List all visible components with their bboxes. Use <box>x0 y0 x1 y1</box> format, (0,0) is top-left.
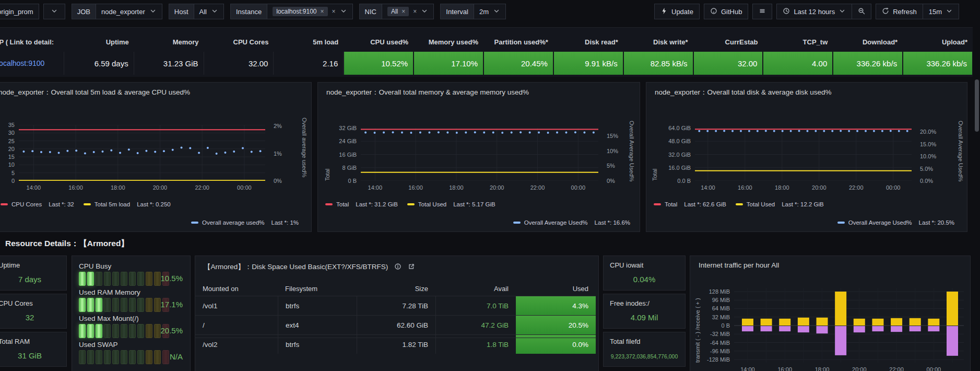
variable-value[interactable]: All×× <box>382 4 434 19</box>
series-point <box>547 132 549 134</box>
panel-title: Internet traffic per hour All <box>699 261 779 269</box>
zoom-out-button[interactable] <box>852 4 871 19</box>
transmit-bar <box>742 326 753 331</box>
stat-value: 17.10% <box>414 52 483 75</box>
clear-selection-icon[interactable]: × <box>332 8 336 15</box>
scrollbar-thumb[interactable] <box>975 79 979 132</box>
variable-host: HostAll <box>169 4 224 19</box>
variable-value[interactable]: origin_prom <box>0 4 39 19</box>
x-axis-tick-label: 16:00 <box>64 184 87 191</box>
y-axis-tick-label: 0.0 B <box>660 178 691 184</box>
chart-canvas[interactable] <box>19 125 265 181</box>
series-point <box>93 151 95 153</box>
stat-box-label: CPU iowait <box>610 261 643 269</box>
y-axis-tick-label: 16.0 GiB <box>660 165 691 171</box>
stat-header: TCP_tw <box>763 38 833 46</box>
receive-bar <box>891 318 902 326</box>
x-axis-tick-label: 18:00 <box>811 366 834 371</box>
tag-remove-icon[interactable]: × <box>321 8 324 15</box>
chart-canvas[interactable] <box>361 128 598 181</box>
series-point <box>207 147 209 149</box>
gauge-segment <box>137 272 144 286</box>
stat-value: 10.52% <box>344 52 413 75</box>
filesystem-cell: btrfs <box>278 296 357 315</box>
clear-selection-icon[interactable]: × <box>413 8 417 15</box>
stat-box-label: Uptime <box>0 261 20 269</box>
legend-row-secondary: Overall Average Used%Last *: 16.6% <box>318 219 630 226</box>
stat-value: 9.91 kB/s <box>554 52 623 75</box>
table-row[interactable]: /vol1btrfs7.28 TiB7.0 TiB4.3% <box>195 296 596 315</box>
update-button[interactable]: Update <box>654 4 700 19</box>
series-point <box>715 130 717 132</box>
legend-item[interactable]: Overall average used%Last *: 1% <box>191 219 299 226</box>
stat-value: 32.00 <box>204 52 274 75</box>
left-axis-label: Total <box>324 128 330 181</box>
github-button-label: GitHub <box>721 8 742 16</box>
variable-value[interactable]: 2m <box>474 4 506 19</box>
legend-item[interactable]: Total 5m loadLast *: 0.250 <box>84 201 171 207</box>
variable-label: Host <box>169 4 194 19</box>
toolbar-actions: Update GitHub Last 12 hours <box>654 4 959 19</box>
time-range-button[interactable]: Last 12 hours <box>776 4 852 19</box>
variable-datasource: origin_prom <box>0 4 65 19</box>
right-axis-tick-label: 2% <box>274 123 282 129</box>
github-button[interactable]: GitHub <box>704 4 748 19</box>
series-point <box>154 150 156 153</box>
legend-item[interactable]: TotalLast *: 31.2 GiB <box>325 201 398 207</box>
gauge-segment <box>146 350 152 364</box>
used-cell: 4.3% <box>516 296 596 315</box>
stats-value-row: localhost:91006.59 days31.23 GiB32.002.1… <box>0 52 973 75</box>
gauge-segment <box>121 272 127 286</box>
variable-value[interactable]: localhost:9100×× <box>267 4 352 19</box>
x-axis-tick-label: 14:00 <box>696 184 719 191</box>
chart-plot[interactable] <box>361 128 598 181</box>
variable-tag[interactable]: All× <box>387 7 409 16</box>
table-row[interactable]: /ext462.60 GiB47.2 GiB20.5% <box>195 315 596 334</box>
y-axis-tick-label: -32 MiB <box>700 331 730 337</box>
stat-value: 2.16 <box>274 52 344 75</box>
menu-button[interactable] <box>752 4 772 19</box>
receive-bar <box>947 292 958 326</box>
instance-link[interactable]: localhost:9100 <box>0 52 64 75</box>
legend-item[interactable]: Total UsedLast *: 5.17 GiB <box>407 201 495 207</box>
legend-item[interactable]: Overall Average Used%Last *: 16.6% <box>513 219 630 226</box>
gauge-segment <box>104 298 111 312</box>
legend-item[interactable]: TotalLast *: 62.6 GiB <box>654 201 726 207</box>
chart-plot[interactable] <box>734 288 964 363</box>
y-axis-tick-label: 48.0 GiB <box>660 138 691 144</box>
chart-plot[interactable] <box>695 128 912 181</box>
stat-header: Memory used% <box>414 38 483 46</box>
series-point <box>583 132 585 134</box>
legend-item[interactable]: CPU CoresLast *: 32 <box>1 201 74 207</box>
chart-canvas[interactable] <box>695 128 912 181</box>
variable-caret-box[interactable] <box>43 4 65 19</box>
legend-color-dash <box>837 222 845 224</box>
legend-item[interactable]: Total UsedLast *: 12.2 GiB <box>736 201 824 207</box>
x-axis-tick-label: 16:00 <box>404 184 427 191</box>
series-point <box>865 130 867 132</box>
y-axis-tick-label: 64 MiB <box>700 305 730 311</box>
variable-value[interactable]: All <box>194 4 224 19</box>
refresh-button[interactable]: Refresh <box>876 4 923 19</box>
chevron-down-icon <box>493 7 500 16</box>
refresh-interval-button[interactable]: 15m <box>923 4 959 19</box>
legend-series-name: CPU Cores <box>11 201 42 207</box>
variable-label: JOB <box>72 4 96 19</box>
chart-canvas[interactable] <box>734 288 964 363</box>
series-point <box>410 132 412 134</box>
toolbar: origin_promJOBnode_exporterHostAllInstan… <box>0 0 980 25</box>
variable-tag[interactable]: localhost:9100× <box>273 7 327 16</box>
series-point <box>511 132 513 134</box>
y-axis-tick-label: 128 MiB <box>700 288 730 295</box>
legend-item[interactable]: Overall Average Used%Last *: 20.5% <box>837 219 954 226</box>
stat-header: Upload* <box>903 38 973 46</box>
variable-value[interactable]: node_exporter <box>96 4 162 19</box>
info-icon[interactable] <box>394 263 402 272</box>
x-axis-tick-label: 00:00 <box>566 184 589 191</box>
external-link-icon[interactable] <box>408 263 415 272</box>
tag-remove-icon[interactable]: × <box>402 8 405 15</box>
variable-interval: Interval2m <box>440 4 506 19</box>
x-axis-tick-label: 22:00 <box>885 366 908 371</box>
series-point <box>31 150 33 152</box>
chart-plot[interactable] <box>19 125 265 181</box>
